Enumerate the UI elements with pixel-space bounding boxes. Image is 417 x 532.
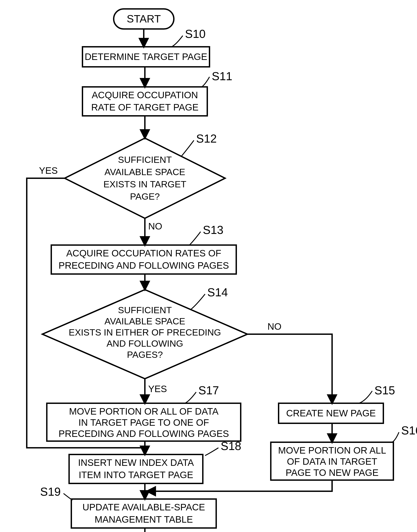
s14-text4: AND FOLLOWING — [106, 338, 183, 349]
s19-text1: UPDATE AVAILABLE-SPACE — [83, 502, 205, 512]
s15-leader — [359, 391, 372, 403]
s16-text3: PAGE TO NEW PAGE — [286, 467, 379, 478]
s11-text1: ACQUIRE OCCUPATION — [92, 90, 198, 100]
s12-diamond — [65, 138, 225, 218]
s16-label: S16 — [401, 424, 417, 437]
s19-text2: MANAGEMENT TABLE — [94, 514, 193, 525]
s15-label: S15 — [375, 384, 395, 397]
s14-text2: AVAILABLE SPACE — [104, 316, 185, 326]
s12-text1: SUFFICIENT — [118, 155, 172, 165]
s17-label: S17 — [198, 384, 219, 397]
s15-text: CREATE NEW PAGE — [286, 408, 376, 418]
s14-yes-label: YES — [148, 384, 167, 394]
s12-text4: PAGE? — [130, 191, 160, 202]
s14-text3: EXISTS IN EITHER OF PRECEDING — [69, 327, 221, 338]
s13-label: S13 — [203, 224, 224, 236]
s10-text: DETERMINE TARGET PAGE — [85, 51, 207, 62]
s14-text5: PAGES? — [127, 349, 163, 360]
s14-text1: SUFFICIENT — [118, 305, 172, 315]
s13-text2: PRECEDING AND FOLLOWING PAGES — [59, 260, 229, 271]
s16-text2: OF DATA IN TARGET — [287, 456, 377, 467]
s17-text1: MOVE PORTION OR ALL OF DATA — [69, 406, 219, 417]
s14-no-label: NO — [267, 321, 281, 332]
s19-leader — [63, 493, 73, 500]
s18-text1: INSERT NEW INDEX DATA — [78, 457, 194, 468]
s11-leader — [202, 77, 209, 87]
s18-label: S18 — [221, 440, 241, 452]
s11-text2: RATE OF TARGET PAGE — [91, 102, 198, 113]
s10-label: S10 — [185, 27, 206, 40]
s18-text2: ITEM INTO TARGET PAGE — [79, 470, 193, 480]
s12-label: S12 — [196, 132, 217, 145]
start-label: START — [127, 13, 161, 25]
s12-yes-label: YES — [39, 165, 58, 176]
s17-leader — [185, 392, 196, 403]
s16-text1: MOVE PORTION OR ALL — [278, 445, 386, 456]
flowchart: START DETERMINE TARGET PAGE S10 ACQUIRE … — [0, 0, 417, 532]
s17-text3: PRECEDING AND FOLLOWING PAGES — [59, 429, 229, 439]
s13-leader — [189, 232, 201, 245]
s19-label: S19 — [40, 485, 61, 498]
s11-label: S11 — [212, 70, 232, 83]
s12-no-label: NO — [148, 221, 162, 232]
s13-text1: ACQUIRE OCCUPATION RATES OF — [66, 248, 221, 258]
s16-leader — [392, 432, 399, 442]
s12-text2: AVAILABLE SPACE — [104, 167, 185, 177]
s14-leader — [191, 294, 205, 310]
s12-text3: EXISTS IN TARGET — [104, 179, 186, 189]
s12-leader — [182, 140, 194, 156]
s10-leader — [172, 36, 183, 47]
edge-s14-no — [247, 334, 332, 403]
s17-text2: IN TARGET PAGE TO ONE OF — [78, 417, 209, 428]
s14-label: S14 — [207, 286, 228, 299]
s18-leader — [205, 448, 219, 456]
